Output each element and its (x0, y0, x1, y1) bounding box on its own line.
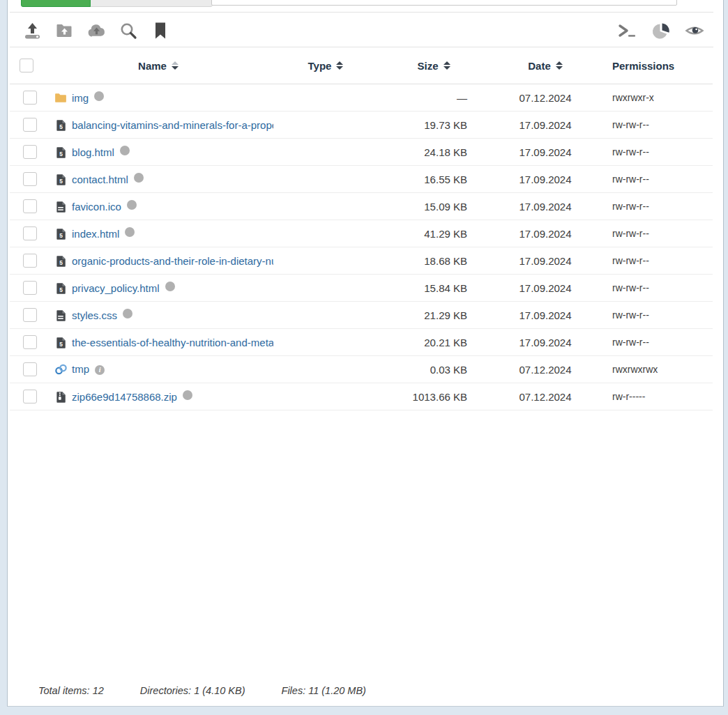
row-checkbox[interactable] (23, 118, 37, 132)
path-input[interactable] (211, 0, 677, 6)
column-header-permissions: Permissions (601, 47, 713, 84)
html-file-icon: 5 (54, 255, 67, 268)
file-permissions: rw-rw-r-- (601, 302, 713, 329)
file-row[interactable]: 5the-essentials-of-healthy-nutrition-and… (10, 329, 713, 356)
table-header-row: NameTypeSizeDatePermissions (10, 47, 713, 84)
file-name-link[interactable]: the-essentials-of-healthy-nutrition-and-… (72, 337, 273, 348)
column-header-date[interactable]: Date (490, 47, 601, 84)
svg-text:5: 5 (59, 286, 63, 293)
column-label-name: Name (138, 60, 167, 72)
terminal-icon (617, 22, 638, 40)
file-size: 18.68 KB (378, 247, 490, 275)
row-checkbox[interactable] (23, 226, 37, 240)
terminal-button[interactable] (617, 20, 638, 41)
file-permissions: rw-rw-r-- (601, 166, 713, 193)
file-row[interactable]: 5index.html 41.29 KB 17.09.2024 rw-rw-r-… (10, 220, 713, 247)
file-manager-panel: NameTypeSizeDatePermissions img — 07.12.… (7, 0, 724, 707)
file-name-link[interactable]: privacy_policy.html (72, 282, 160, 294)
file-size: 15.84 KB (378, 275, 490, 302)
info-badge[interactable] (94, 91, 104, 101)
file-size: 0.03 KB (378, 356, 490, 383)
file-size: — (378, 84, 490, 112)
file-size: 1013.66 KB (378, 383, 490, 410)
file-row[interactable]: 5privacy_policy.html 15.84 KB 17.09.2024… (10, 275, 713, 302)
file-name-link[interactable]: index.html (72, 228, 119, 240)
divider (10, 12, 713, 13)
file-name-link[interactable]: contact.html (72, 174, 128, 185)
upload-button[interactable] (22, 20, 43, 41)
info-badge[interactable] (183, 390, 192, 400)
sort-icon (556, 61, 563, 70)
file-permissions: rw-rw-r-- (601, 139, 713, 166)
row-checkbox[interactable] (23, 145, 37, 159)
file-permissions: rwxrwxr-x (601, 84, 713, 112)
info-badge[interactable] (120, 146, 130, 155)
info-badge[interactable] (125, 227, 135, 237)
file-row[interactable]: 5blog.html 24.18 KB 17.09.2024 rw-rw-r-- (10, 139, 713, 166)
column-label-type: Type (308, 60, 332, 72)
file-type (273, 84, 378, 112)
file-type (273, 193, 378, 220)
file-name-link[interactable]: blog.html (72, 146, 114, 158)
folder-upload-button[interactable] (54, 20, 75, 41)
info-badge[interactable] (165, 282, 175, 291)
column-header-size[interactable]: Size (378, 47, 490, 84)
info-badge[interactable] (123, 309, 132, 318)
info-badge[interactable] (134, 173, 144, 183)
row-checkbox[interactable] (23, 254, 37, 268)
row-checkbox[interactable] (23, 308, 37, 322)
info-badge[interactable] (127, 200, 137, 210)
bookmark-button[interactable] (150, 20, 171, 41)
file-name-link[interactable]: balancing-vitamins-and-minerals-for-a-pr… (72, 119, 273, 131)
select-all-checkbox[interactable] (20, 59, 33, 72)
file-name-link[interactable]: tmp (72, 363, 89, 375)
file-permissions: rw-rw-r-- (601, 329, 713, 356)
topbar (8, 0, 723, 8)
row-checkbox[interactable] (23, 199, 37, 213)
file-size: 16.55 KB (378, 166, 490, 193)
file-row[interactable]: img — 07.12.2024 rwxrwxr-x (10, 84, 713, 112)
svg-text:5: 5 (59, 178, 63, 185)
search-button[interactable] (118, 20, 139, 41)
file-row[interactable]: 5organic-products-and-their-role-in-diet… (10, 247, 713, 275)
file-date: 17.09.2024 (490, 247, 601, 275)
info-badge[interactable]: i (95, 365, 105, 375)
toolbar-right-group (617, 20, 705, 41)
html-file-icon: 5 (54, 337, 67, 349)
row-checkbox[interactable] (23, 390, 37, 403)
file-row[interactable]: tmpi 0.03 KB 07.12.2024 rwxrwxrwx (10, 356, 713, 383)
file-row[interactable]: favicon.ico 15.09 KB 17.09.2024 rw-rw-r-… (10, 193, 713, 220)
file-type (273, 275, 378, 302)
file-size: 41.29 KB (378, 220, 490, 247)
row-checkbox[interactable] (23, 362, 37, 376)
file-size: 20.21 KB (378, 329, 490, 356)
file-name-link[interactable]: favicon.ico (72, 201, 121, 213)
cloud-upload-button[interactable] (86, 20, 107, 41)
row-checkbox[interactable] (23, 172, 37, 186)
file-permissions: rw-rw-r-- (601, 193, 713, 220)
bookmark-icon (153, 22, 167, 40)
file-row[interactable]: zip66e9d14758868.zip 1013.66 KB 07.12.20… (10, 383, 713, 410)
file-name-link[interactable]: styles.css (72, 309, 117, 321)
column-header-name[interactable]: Name (43, 47, 273, 84)
file-row[interactable]: 5contact.html 16.55 KB 17.09.2024 rw-rw-… (10, 166, 713, 193)
preview-eye-button[interactable] (684, 20, 705, 41)
row-checkbox[interactable] (23, 91, 37, 105)
file-permissions: rw-rw-r-- (601, 275, 713, 302)
file-name-link[interactable]: organic-products-and-their-role-in-dieta… (72, 255, 273, 267)
row-checkbox[interactable] (23, 281, 37, 295)
file-size: 24.18 KB (378, 139, 490, 166)
file-name-link[interactable]: img (72, 92, 89, 104)
html-file-icon: 5 (54, 146, 67, 159)
file-name-link[interactable]: zip66e9d14758868.zip (72, 391, 177, 403)
file-row[interactable]: 5balancing-vitamins-and-minerals-for-a-p… (10, 112, 713, 139)
column-header-type[interactable]: Type (273, 47, 378, 84)
file-size: 19.73 KB (378, 112, 490, 139)
file-permissions: rw-rw-r-- (601, 112, 713, 139)
sort-icon (172, 61, 179, 70)
folder-upload-icon (55, 22, 74, 40)
usage-pie-button[interactable] (651, 20, 672, 41)
row-checkbox[interactable] (23, 335, 37, 349)
file-row[interactable]: styles.css 21.29 KB 17.09.2024 rw-rw-r-- (10, 302, 713, 329)
column-label-date: Date (528, 60, 551, 72)
